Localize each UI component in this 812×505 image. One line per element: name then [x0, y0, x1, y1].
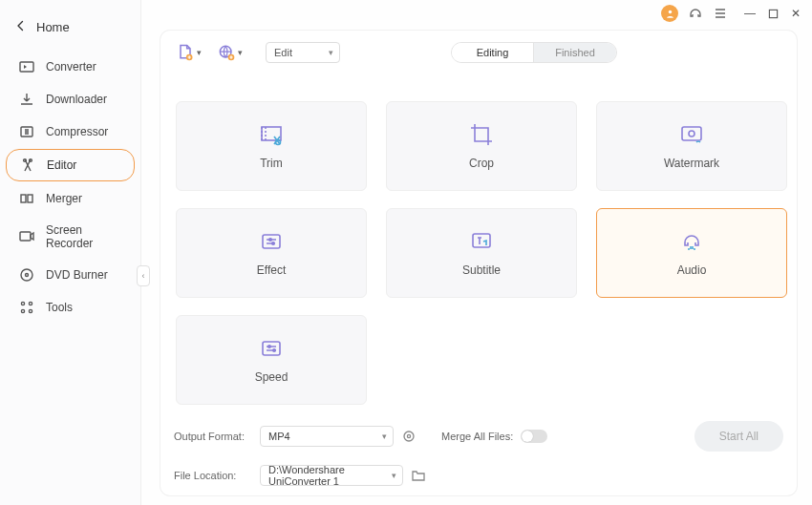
home-label: Home [36, 20, 70, 34]
svg-point-12 [29, 309, 32, 312]
toolbar: ▾ ▾ Edit Editing Finished [170, 42, 787, 63]
svg-point-13 [668, 10, 671, 12]
svg-rect-26 [263, 342, 280, 355]
sidebar-item-label: Downloader [46, 93, 107, 106]
add-file-button[interactable]: ▾ [176, 43, 202, 62]
headset-icon[interactable] [688, 6, 703, 21]
segmented-control: Editing Finished [451, 42, 617, 63]
tab-finished[interactable]: Finished [534, 43, 616, 62]
merge-all-label: Merge All Files: [441, 431, 513, 442]
output-format-value: MP4 [268, 431, 290, 442]
sidebar-item-downloader[interactable]: Downloader [6, 84, 135, 115]
svg-rect-25 [473, 234, 490, 247]
svg-point-21 [689, 131, 694, 137]
subtitle-icon [469, 229, 494, 254]
tile-label: Effect [257, 263, 286, 277]
back-icon[interactable] [15, 19, 27, 34]
editor-icon [20, 158, 35, 173]
start-all-button[interactable]: Start All [694, 421, 783, 452]
sidebar: Home Converter Downloader Compressor Edi… [0, 0, 141, 505]
sidebar-item-editor[interactable]: Editor [6, 149, 135, 181]
tool-grid: Trim Crop Watermark Effect Subtitle [170, 63, 787, 405]
compressor-icon [19, 124, 34, 139]
tab-editing[interactable]: Editing [452, 43, 534, 62]
tile-label: Subtitle [462, 263, 501, 277]
svg-point-8 [26, 274, 29, 277]
sidebar-item-compressor[interactable]: Compressor [6, 116, 135, 147]
svg-point-30 [407, 434, 410, 437]
screen-recorder-icon [19, 229, 34, 244]
footer: Output Format: MP4 Merge All Files: Star… [170, 415, 787, 486]
merger-icon [19, 191, 34, 206]
effect-icon [259, 229, 284, 254]
svg-point-27 [268, 346, 270, 347]
tile-effect[interactable]: Effect [176, 208, 367, 298]
minimize-button[interactable]: — [743, 7, 757, 20]
close-button[interactable]: ✕ [789, 7, 802, 20]
file-location-label: File Location: [174, 470, 252, 481]
sidebar-item-converter[interactable]: Converter [6, 52, 135, 82]
sidebar-item-dvd-burner[interactable]: DVD Burner [6, 260, 135, 290]
svg-rect-4 [21, 195, 26, 202]
svg-point-29 [404, 431, 414, 441]
svg-point-9 [21, 302, 24, 305]
tile-subtitle[interactable]: Subtitle [386, 208, 577, 298]
add-url-button[interactable]: ▾ [217, 43, 243, 62]
svg-point-28 [273, 349, 275, 351]
svg-point-7 [21, 269, 32, 281]
watermark-icon [679, 122, 704, 147]
tile-label: Trim [260, 157, 283, 170]
collapse-sidebar-button[interactable]: ‹ [137, 265, 150, 286]
open-folder-icon[interactable] [411, 468, 426, 483]
editor-panel: ▾ ▾ Edit Editing Finished Trim [160, 31, 797, 495]
crop-icon [469, 122, 494, 147]
file-location-value: D:\Wondershare UniConverter 1 [268, 464, 385, 487]
sidebar-item-tools[interactable]: Tools [6, 292, 135, 323]
output-format-select[interactable]: MP4 [260, 426, 394, 447]
main: — ✕ ▾ ▾ Edit [141, 0, 812, 505]
merge-all-toggle[interactable] [521, 430, 547, 443]
settings-gear-icon[interactable] [401, 429, 417, 444]
account-icon[interactable] [661, 5, 678, 22]
svg-rect-5 [28, 195, 32, 202]
chevron-down-icon: ▾ [238, 48, 243, 57]
mode-select[interactable]: Edit [266, 42, 340, 63]
tile-crop[interactable]: Crop [386, 101, 577, 191]
tile-label: Speed [255, 370, 288, 384]
svg-point-24 [272, 242, 275, 245]
sidebar-item-label: Editor [47, 158, 76, 172]
tile-trim[interactable]: Trim [176, 101, 367, 191]
sidebar-item-label: Compressor [46, 125, 108, 138]
sidebar-item-label: DVD Burner [46, 268, 108, 282]
maximize-button[interactable] [766, 7, 780, 20]
svg-rect-14 [769, 10, 777, 17]
svg-point-10 [29, 302, 32, 305]
tile-label: Watermark [664, 157, 719, 170]
tile-speed[interactable]: Speed [176, 315, 367, 405]
sidebar-item-label: Tools [46, 301, 73, 314]
converter-icon [19, 59, 34, 74]
chevron-down-icon: ▾ [197, 48, 202, 57]
sidebar-item-merger[interactable]: Merger [6, 183, 135, 214]
tile-label: Audio [677, 263, 707, 277]
file-location-select[interactable]: D:\Wondershare UniConverter 1 [260, 465, 403, 486]
svg-point-23 [269, 239, 272, 242]
titlebar: — ✕ [141, 0, 812, 27]
sidebar-item-screen-recorder[interactable]: Screen Recorder [6, 216, 135, 258]
svg-rect-22 [263, 235, 280, 248]
speed-icon [259, 336, 284, 361]
menu-icon[interactable] [713, 6, 728, 21]
svg-rect-20 [682, 127, 701, 140]
svg-rect-6 [20, 232, 31, 241]
output-format-label: Output Format: [174, 431, 252, 442]
sidebar-item-label: Merger [46, 192, 82, 205]
audio-icon [679, 229, 704, 254]
trim-icon [259, 122, 284, 147]
mode-select-value: Edit [274, 47, 292, 58]
tile-watermark[interactable]: Watermark [596, 101, 787, 191]
tools-icon [19, 300, 34, 315]
svg-point-11 [21, 309, 24, 312]
sidebar-item-label: Screen Recorder [46, 223, 121, 250]
tile-label: Crop [469, 157, 494, 170]
tile-audio[interactable]: Audio [596, 208, 787, 298]
